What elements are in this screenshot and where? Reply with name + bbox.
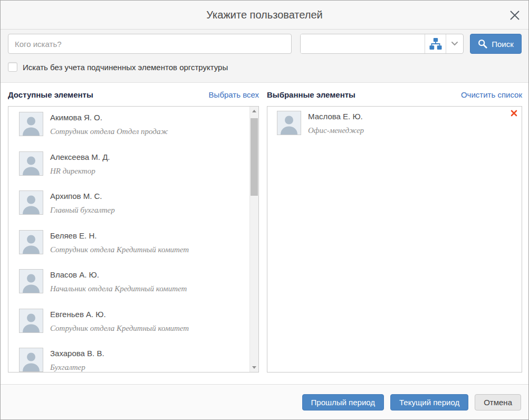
magnifier-icon xyxy=(478,39,487,49)
selected-panel-header: Выбранные элементы Очистить список xyxy=(267,90,522,99)
available-title: Доступные элементы xyxy=(8,90,93,99)
list-item[interactable]: Маслова Е. Ю. Офис-менеджер xyxy=(277,111,522,150)
user-name: Алексеева М. Д. xyxy=(50,152,110,161)
user-role: Начальник отдела Кредитный комитет xyxy=(50,284,187,293)
avatar xyxy=(19,230,43,254)
close-icon[interactable] xyxy=(508,9,521,22)
user-role: Офис-менеджер xyxy=(308,126,364,135)
specify-users-dialog: Укажите пользователей xyxy=(0,0,529,420)
list-item[interactable]: Алексеева М. Д. HR директор xyxy=(19,151,249,191)
user-role: Сотрудник отдела Кредитный комитет xyxy=(50,324,189,333)
select-all-link[interactable]: Выбрать всех xyxy=(209,90,259,99)
user-role: HR директор xyxy=(50,167,110,176)
org-structure-input[interactable] xyxy=(301,34,425,53)
user-role: Сотрудник отдела Кредитный комитет xyxy=(50,245,189,254)
avatar xyxy=(19,309,43,333)
current-period-button[interactable]: Текущий период xyxy=(390,394,468,411)
list-item[interactable]: Беляев Е. Н. Сотрудник отдела Кредитный … xyxy=(19,230,249,270)
user-name: Маслова Е. Ю. xyxy=(308,112,364,121)
list-item[interactable]: Архипов М. С. Главный бухгалтер xyxy=(19,190,249,230)
user-name: Власов А. Ю. xyxy=(50,270,187,279)
available-panel-header: Доступные элементы Выбрать всех xyxy=(8,90,259,99)
selected-list: Маслова Е. Ю. Офис-менеджер xyxy=(267,107,522,372)
checkbox-row: Искать без учета подчиненных элементов о… xyxy=(8,62,228,72)
avatar xyxy=(277,111,301,135)
avatar xyxy=(19,348,43,372)
avatar xyxy=(19,269,43,293)
scroll-down-icon[interactable] xyxy=(250,363,258,372)
clear-list-link[interactable]: Очистить список xyxy=(461,90,522,99)
list-item[interactable]: Власов А. Ю. Начальник отдела Кредитный … xyxy=(19,269,249,309)
dialog-title: Укажите пользователей xyxy=(1,1,528,29)
scrollbar[interactable] xyxy=(249,107,258,372)
scroll-up-icon[interactable] xyxy=(250,107,258,116)
avatar xyxy=(19,151,43,176)
user-role: Сотрудник отдела Отдел продаж xyxy=(50,127,168,136)
user-name: Беляев Е. Н. xyxy=(50,231,189,240)
user-name: Акимова Я. О. xyxy=(50,113,168,122)
org-chart-icon[interactable] xyxy=(425,34,446,53)
dialog-titlebar: Укажите пользователей xyxy=(1,1,528,30)
search-button[interactable]: Поиск xyxy=(470,34,522,54)
dialog-footer: Прошлый период Текущий период Отмена xyxy=(1,384,528,419)
user-name: Захарова В. В. xyxy=(50,349,104,358)
search-button-label: Поиск xyxy=(492,40,514,49)
user-name: Евгеньев А. Ю. xyxy=(50,310,189,319)
available-list: Акимова Я. О. Сотрудник отдела Отдел про… xyxy=(8,107,249,372)
dialog-body: Доступные элементы Выбрать всех Выбранны… xyxy=(1,83,528,385)
selected-list-panel: Маслова Е. Ю. Офис-менеджер xyxy=(267,106,522,373)
chevron-down-icon[interactable] xyxy=(446,34,463,53)
previous-period-button[interactable]: Прошлый период xyxy=(302,394,384,411)
list-item[interactable]: Захарова В. В. Бухгалтер xyxy=(19,348,249,372)
user-name: Архипов М. С. xyxy=(50,192,115,201)
cancel-button[interactable]: Отмена xyxy=(475,394,521,411)
available-list-panel: Акимова Я. О. Сотрудник отдела Отдел про… xyxy=(8,106,259,373)
user-role: Главный бухгалтер xyxy=(50,206,115,215)
search-input[interactable] xyxy=(8,34,292,54)
remove-item-icon[interactable] xyxy=(511,109,518,117)
user-role: Бухгалтер xyxy=(50,363,104,372)
scrollbar-thumb[interactable] xyxy=(251,118,258,196)
list-item[interactable]: Евгеньев А. Ю. Сотрудник отдела Кредитны… xyxy=(19,309,249,348)
exclude-subordinates-checkbox[interactable] xyxy=(8,62,17,72)
avatar xyxy=(19,112,43,136)
list-item[interactable]: Акимова Я. О. Сотрудник отдела Отдел про… xyxy=(19,112,249,151)
org-structure-field xyxy=(300,34,464,54)
checkbox-label: Искать без учета подчиненных элементов о… xyxy=(23,63,228,72)
avatar xyxy=(19,190,43,215)
search-toolbar: Поиск Искать без учета подчиненных элеме… xyxy=(1,30,528,83)
selected-title: Выбранные элементы xyxy=(267,90,355,99)
